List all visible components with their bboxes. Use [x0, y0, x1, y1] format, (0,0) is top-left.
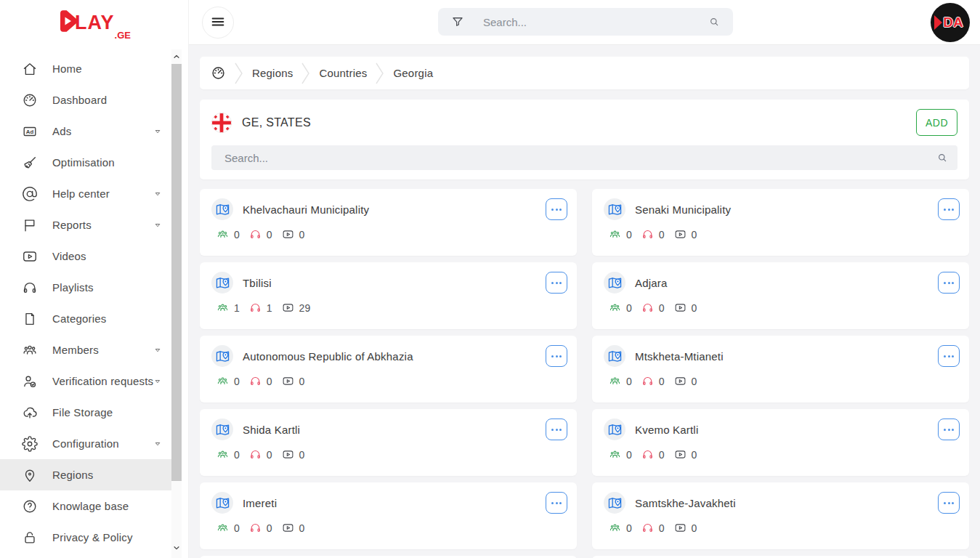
card-menu-button[interactable]	[938, 272, 960, 294]
region-stats: 000	[211, 228, 567, 240]
region-card-khelvachauri-municipality[interactable]: Khelvachauri Municipality 000	[200, 189, 577, 256]
sidebar-item-members[interactable]: Members	[0, 334, 172, 365]
card-menu-button[interactable]	[938, 198, 960, 220]
playlists-count: 0	[659, 449, 665, 461]
playlists-count: 0	[267, 376, 272, 387]
gear-icon	[22, 436, 38, 452]
playlists-count: 0	[267, 449, 272, 461]
people-icon	[216, 228, 229, 240]
playlists-count: 0	[659, 302, 665, 314]
person-check-icon	[22, 373, 38, 389]
videos-count: 0	[692, 522, 697, 534]
card-menu-button[interactable]	[938, 345, 960, 367]
headphones-icon	[249, 302, 262, 314]
card-menu-button[interactable]	[546, 418, 567, 440]
videos-count: 0	[299, 522, 305, 534]
sidebar-scrollbar	[171, 49, 182, 558]
brand-logo-text: LAY	[75, 12, 115, 34]
sidebar-item-home[interactable]: Home	[0, 53, 172, 84]
brand-logo[interactable]: LAY .GE	[0, 0, 188, 45]
breadcrumb: RegionsCountriesGeorgia	[200, 57, 969, 89]
region-card-tbilisi[interactable]: Tbilisi 1129	[200, 262, 577, 329]
members-count: 0	[234, 449, 240, 461]
headphones-icon	[249, 448, 262, 461]
regions-grid: Khelvachauri Municipality 000 Senaki Mun…	[200, 189, 969, 558]
sidebar-item-playlists[interactable]: Playlists	[0, 272, 172, 303]
brand-logo-tld: .GE	[115, 30, 131, 41]
region-card-samtskhe-javakheti[interactable]: Samtskhe-Javakheti 000	[592, 482, 969, 549]
headphones-icon	[641, 522, 654, 534]
search-icon[interactable]	[936, 152, 948, 163]
card-menu-button[interactable]	[546, 198, 567, 220]
region-card-imereti[interactable]: Imereti 000	[200, 482, 577, 549]
headphones-icon	[641, 448, 654, 461]
sidebar-item-file-storage[interactable]: File Storage	[0, 397, 172, 428]
sidebar-item-label: Dashboard	[52, 94, 107, 106]
breadcrumb-item-countries[interactable]: Countries	[319, 67, 367, 79]
people-icon	[609, 522, 621, 534]
region-card-shida-kartli[interactable]: Shida Kartli 000	[200, 409, 577, 476]
card-menu-button[interactable]	[546, 345, 567, 367]
states-search	[211, 145, 957, 170]
sidebar: LAY .GE Home Dashboard Ad Ads Optimisati…	[0, 0, 189, 558]
sidebar-item-verification-requests[interactable]: Verification requests	[0, 365, 172, 397]
region-card-senaki-municipality[interactable]: Senaki Municipality 000	[592, 189, 969, 256]
sidebar-item-configuration[interactable]: Configuration	[0, 428, 172, 459]
card-menu-button[interactable]	[546, 272, 567, 294]
avatar[interactable]: DA	[931, 3, 970, 42]
region-stats: 000	[604, 448, 960, 461]
hamburger-icon	[210, 14, 226, 32]
sidebar-item-help-center[interactable]: Help center	[0, 178, 172, 209]
chevron-down-icon	[153, 190, 162, 198]
region-card-mtskheta-mtianeti[interactable]: Mtskheta-Mtianeti 000	[592, 336, 969, 403]
menu-toggle-button[interactable]	[202, 7, 234, 39]
states-panel: GE, STATES ADD	[200, 100, 969, 179]
cloud-upload-icon	[22, 405, 38, 421]
members-count: 0	[234, 376, 240, 387]
sidebar-item-label: Verification requests	[52, 375, 153, 387]
people-icon	[22, 342, 38, 358]
region-stats: 000	[604, 302, 960, 314]
sidebar-item-dashboard[interactable]: Dashboard	[0, 84, 172, 116]
videos-stat: 0	[282, 375, 305, 387]
scrollbar-thumb[interactable]	[171, 64, 182, 481]
playlists-count: 0	[659, 376, 665, 387]
playlists-count: 1	[267, 302, 272, 314]
members-count: 0	[626, 302, 632, 314]
playlists-stat: 1	[249, 302, 272, 314]
card-menu-button[interactable]	[938, 418, 960, 440]
sidebar-item-privacy-policy[interactable]: Privacy & Policy	[0, 522, 172, 553]
add-button[interactable]: ADD	[916, 109, 957, 136]
states-search-input[interactable]	[223, 151, 936, 165]
members-stat: 0	[216, 375, 240, 387]
card-menu-button[interactable]	[546, 492, 567, 514]
sidebar-item-label: Configuration	[52, 437, 119, 450]
sidebar-item-label: Knowlage base	[52, 500, 129, 512]
video-icon	[22, 248, 38, 264]
scroll-down-icon[interactable]	[171, 542, 182, 554]
global-search-input[interactable]	[482, 15, 708, 29]
breadcrumb-item-regions[interactable]: Regions	[252, 67, 293, 79]
sidebar-item-ads[interactable]: Ad Ads	[0, 116, 172, 147]
video-icon	[674, 448, 687, 461]
sidebar-item-optimisation[interactable]: Optimisation	[0, 147, 172, 178]
sidebar-item-reports[interactable]: Reports	[0, 209, 172, 240]
videos-stat: 0	[674, 448, 697, 461]
members-stat: 0	[216, 522, 240, 534]
sidebar-item-regions[interactable]: Regions	[0, 459, 172, 490]
filter-icon[interactable]	[451, 15, 464, 28]
headphones-icon	[249, 228, 262, 240]
videos-stat: 0	[282, 448, 305, 461]
dashboard-icon[interactable]	[211, 65, 226, 81]
sidebar-item-categories[interactable]: Categories	[0, 303, 172, 334]
members-stat: 0	[609, 228, 632, 240]
sidebar-item-knowlage-base[interactable]: Knowlage base	[0, 490, 172, 522]
region-card-autonomous-republic-of-abkhazia[interactable]: Autonomous Republic of Abkhazia 000	[200, 336, 577, 403]
region-card-adjara[interactable]: Adjara 000	[592, 262, 969, 329]
sidebar-item-videos[interactable]: Videos	[0, 240, 172, 272]
scroll-up-icon[interactable]	[171, 51, 182, 62]
region-card-kvemo-kartli[interactable]: Kvemo Kartli 000	[592, 409, 969, 476]
region-name: Adjara	[635, 277, 668, 289]
card-menu-button[interactable]	[938, 492, 960, 514]
search-icon[interactable]	[708, 16, 720, 28]
